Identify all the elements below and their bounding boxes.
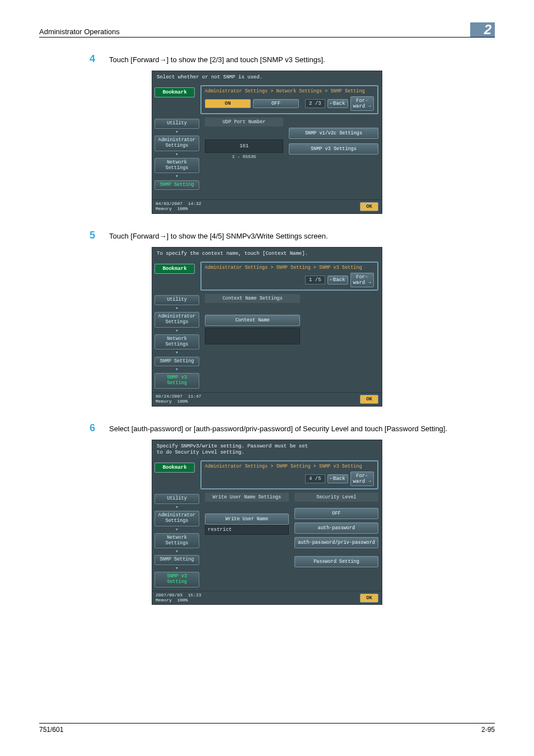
chevron-down-icon: ▾ <box>154 152 199 157</box>
forward-button[interactable]: For- ward → <box>350 472 374 486</box>
sidebar-item-admin-settings[interactable]: Administrator Settings <box>154 136 199 151</box>
sidebar-item-utility[interactable]: Utility <box>154 119 199 129</box>
panel1-memory-label: Memory <box>156 206 172 211</box>
sidebar-item-utility[interactable]: Utility <box>154 494 199 504</box>
udp-port-value: 161 <box>205 139 283 153</box>
back-button[interactable]: ←Back <box>327 276 348 284</box>
write-user-name-settings-label: Write User Name Settings <box>205 493 289 502</box>
panel2-date: 08/24/2007 <box>156 394 182 399</box>
sidebar-item-snmpv3-setting[interactable]: SNMP v3 Setting <box>154 373 199 389</box>
write-user-name-button[interactable]: Write User Name <box>205 514 289 525</box>
panel2-time: 11:47 <box>188 394 202 399</box>
bookmark-button[interactable]: Bookmark <box>154 463 195 473</box>
chevron-down-icon: ▾ <box>154 505 199 510</box>
panel3-message: Specify SNMPv3/write setting. Password m… <box>152 440 382 460</box>
ok-button[interactable]: OK <box>360 202 378 211</box>
forward-button[interactable]: For- ward → <box>350 96 374 111</box>
footer-right: 2-95 <box>481 726 495 734</box>
forward-button[interactable]: For- ward → <box>350 273 374 287</box>
context-name-settings-label: Context Name Settings <box>205 294 300 303</box>
panel1-memory-value: 100% <box>177 206 188 211</box>
back-button[interactable]: ←Back <box>327 474 348 483</box>
panel2-memory-value: 100% <box>177 399 188 404</box>
bookmark-button[interactable]: Bookmark <box>154 87 195 97</box>
chevron-down-icon: ▾ <box>154 549 199 554</box>
page-indicator: 2 /3 <box>305 99 325 108</box>
lcd-panel-snmp-setting: Select whether or not SNMP is used. Book… <box>152 71 382 214</box>
sidebar-item-snmp-setting[interactable]: SNMP Setting <box>154 180 199 190</box>
breadcrumb: Administrator Settings > SNMP Setting > … <box>205 265 374 270</box>
chevron-down-icon: ▾ <box>154 367 199 372</box>
step-number-5: 5 <box>90 230 109 241</box>
chevron-down-icon: ▾ <box>154 566 199 571</box>
snmp-v3-settings-button[interactable]: SNMP v3 Settings <box>289 143 378 155</box>
security-level-label: Security Level <box>294 493 378 502</box>
bookmark-button[interactable]: Bookmark <box>154 264 195 274</box>
panel1-message: Select whether or not SNMP is used. <box>152 71 382 84</box>
chevron-down-icon: ▾ <box>154 528 199 532</box>
chapter-badge: 2 <box>470 22 495 37</box>
panel3-memory-value: 100% <box>177 598 188 603</box>
context-name-button[interactable]: Context Name <box>205 315 300 326</box>
chevron-down-icon: ▾ <box>154 306 199 311</box>
step-text-6: Select [auth-password] or [auth-password… <box>109 422 447 434</box>
page-indicator: 4 /5 <box>305 474 325 483</box>
sidebar-item-network-settings[interactable]: Network Settings <box>154 158 199 174</box>
chevron-down-icon: ▾ <box>154 329 199 333</box>
chevron-down-icon: ▾ <box>154 174 199 179</box>
sidebar-item-admin-settings[interactable]: Administrator Settings <box>154 312 199 328</box>
panel2-memory-label: Memory <box>156 399 172 404</box>
security-level-auth-button[interactable]: auth-password <box>294 522 378 534</box>
panel3-date: 2007/09/03 <box>156 592 182 598</box>
footer-left: 751/601 <box>39 726 63 734</box>
step-number-4: 4 <box>90 53 109 65</box>
security-level-authpriv-button[interactable]: auth-password/priv-password <box>294 537 378 548</box>
step-number-6: 6 <box>90 422 109 434</box>
lcd-panel-snmpv3-context: To specify the context name, touch [Cont… <box>152 247 382 406</box>
sidebar-item-utility[interactable]: Utility <box>154 295 199 305</box>
sidebar-item-network-settings[interactable]: Network Settings <box>154 334 199 350</box>
breadcrumb: Administrator Settings > SNMP Setting > … <box>205 464 374 469</box>
breadcrumb: Administrator Settings > Network Setting… <box>205 88 374 94</box>
udp-port-label: UDP Port Number <box>205 118 283 127</box>
write-user-name-value: restrict <box>205 525 289 535</box>
ok-button[interactable]: OK <box>360 395 378 404</box>
panel3-time: 15:23 <box>188 592 202 598</box>
sidebar-item-admin-settings[interactable]: Administrator Settings <box>154 511 199 526</box>
sidebar-item-snmp-setting[interactable]: SNMP Setting <box>154 555 199 565</box>
panel3-memory-label: Memory <box>156 598 172 603</box>
panel2-message: To specify the context name, touch [Cont… <box>152 248 382 260</box>
step-text-4: Touch [Forward→] to show the [2/3] and t… <box>109 53 325 65</box>
sidebar-item-snmp-setting[interactable]: SNMP Setting <box>154 357 199 367</box>
panel1-date: 04/03/2007 <box>156 201 182 206</box>
page-indicator: 1 /5 <box>305 276 325 284</box>
sidebar-item-network-settings[interactable]: Network Settings <box>154 533 199 549</box>
security-level-off-button[interactable]: OFF <box>294 508 378 519</box>
chevron-down-icon: ▾ <box>154 130 199 134</box>
on-button[interactable]: ON <box>205 99 251 108</box>
panel1-time: 14:32 <box>188 201 202 206</box>
snmp-v1v2c-settings-button[interactable]: SNMP v1/v2c Settings <box>289 128 378 139</box>
password-setting-button[interactable]: Password Setting <box>294 556 378 567</box>
lcd-panel-snmpv3-write: Specify SNMPv3/write setting. Password m… <box>152 440 382 605</box>
udp-port-range: 1 - 65535 <box>205 153 283 159</box>
step-text-5: Touch [Forward→] to show the [4/5] SNMPv… <box>109 230 328 241</box>
back-button[interactable]: ←Back <box>327 99 348 108</box>
off-button[interactable]: OFF <box>253 99 299 108</box>
chevron-down-icon: ▾ <box>154 351 199 355</box>
page-header-title: Administrator Operations <box>39 27 120 36</box>
sidebar-item-snmpv3-setting[interactable]: SNMP v3 Setting <box>154 572 199 587</box>
ok-button[interactable]: OK <box>360 594 378 603</box>
